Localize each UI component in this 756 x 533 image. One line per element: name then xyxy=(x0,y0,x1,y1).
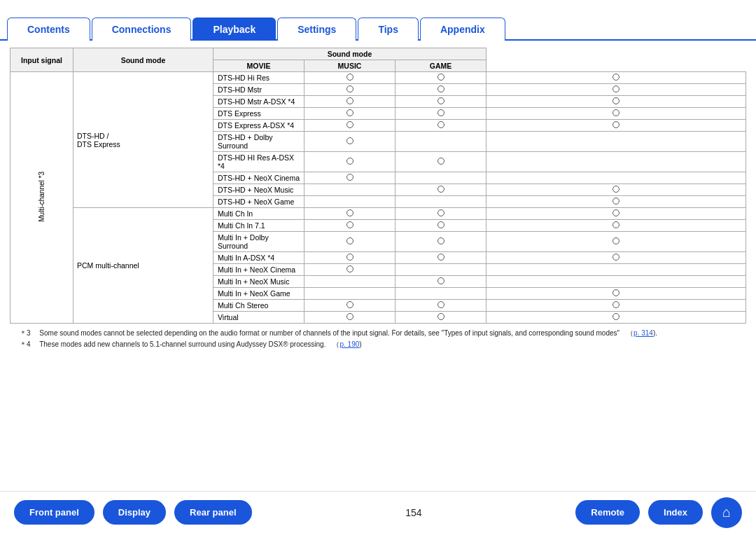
music-cell xyxy=(396,312,486,324)
sound-mode-name: Multi In A-DSX *4 xyxy=(214,252,304,264)
music-cell xyxy=(396,196,486,208)
display-button[interactable]: Display xyxy=(103,500,166,525)
game-cell xyxy=(486,288,746,300)
home-button[interactable]: ⌂ xyxy=(711,497,742,528)
movie-cell xyxy=(304,120,396,132)
circle-icon xyxy=(346,74,354,81)
movie-cell xyxy=(304,312,396,324)
movie-cell xyxy=(304,152,396,172)
sound-mode-name: Multi Ch Stereo xyxy=(214,300,304,312)
index-button[interactable]: Index xyxy=(648,500,703,525)
game-cell xyxy=(486,220,746,232)
circle-icon xyxy=(346,97,354,104)
game-cell xyxy=(486,264,746,276)
bottom-nav-left: Front panel Display Rear panel xyxy=(14,500,252,525)
game-cell xyxy=(486,252,746,264)
footnote-4-end: ) xyxy=(359,340,361,348)
footnote-3-end: ). xyxy=(653,329,657,337)
game-cell xyxy=(486,196,746,208)
movie-cell xyxy=(304,264,396,276)
music-cell xyxy=(396,132,486,152)
tab-settings[interactable]: Settings xyxy=(277,18,356,41)
circle-icon xyxy=(346,237,354,244)
footnote-3-link[interactable]: p. 314 xyxy=(634,329,653,337)
game-cell xyxy=(486,96,746,108)
circle-icon xyxy=(346,121,354,128)
circle-icon xyxy=(612,289,620,296)
circle-icon xyxy=(612,209,620,216)
movie-cell xyxy=(304,184,396,196)
footnote-4: ＊4 These modes add new channels to 5.1-c… xyxy=(20,339,736,350)
multichannel-label: Multi-channel *3 xyxy=(38,172,46,222)
col-game: GAME xyxy=(396,60,486,72)
tab-appendix[interactable]: Appendix xyxy=(420,18,505,41)
bottom-nav-right: Remote Index ⌂ xyxy=(575,497,742,528)
circle-icon xyxy=(346,209,354,216)
circle-icon xyxy=(346,313,354,320)
circle-icon xyxy=(346,174,354,181)
col-sound-mode-group: Sound mode xyxy=(214,48,486,60)
circle-icon xyxy=(438,301,444,308)
input-signal-dts: DTS-HD /DTS Express xyxy=(74,72,214,208)
circle-icon xyxy=(346,85,354,92)
circle-icon xyxy=(438,254,444,261)
footnote-4-link[interactable]: p. 190 xyxy=(340,340,359,348)
game-cell xyxy=(486,72,746,84)
circle-icon xyxy=(438,221,444,228)
music-cell xyxy=(396,300,486,312)
circle-icon xyxy=(438,313,444,320)
circle-icon xyxy=(346,301,354,308)
sound-mode-name: DTS-HD Mstr xyxy=(214,84,304,96)
game-cell xyxy=(486,208,746,220)
sound-mode-name: DTS-HD + NeoX Cinema xyxy=(214,172,304,184)
sound-mode-name: DTS-HD HI Res A-DSX *4 xyxy=(214,152,304,172)
sound-mode-name: Multi In + Dolby Surround xyxy=(214,232,304,252)
movie-cell xyxy=(304,72,396,84)
sound-mode-name: Multi In + NeoX Cinema xyxy=(214,264,304,276)
music-cell xyxy=(396,264,486,276)
circle-icon xyxy=(438,209,444,216)
sound-mode-name: DTS-HD + Dolby Surround xyxy=(214,132,304,152)
circle-icon xyxy=(346,109,354,116)
movie-cell xyxy=(304,232,396,252)
movie-cell xyxy=(304,172,396,184)
music-cell xyxy=(396,152,486,172)
page-number: 154 xyxy=(405,507,421,518)
circle-icon xyxy=(438,237,444,244)
tab-playback[interactable]: Playback xyxy=(192,18,276,41)
tab-contents[interactable]: Contents xyxy=(7,18,90,41)
sound-mode-name: Multi In + NeoX Game xyxy=(214,288,304,300)
footnote-4-text: These modes add new channels to 5.1-chan… xyxy=(39,340,340,348)
col-input-signal: Input signal xyxy=(10,48,74,72)
music-cell xyxy=(396,108,486,120)
front-panel-button[interactable]: Front panel xyxy=(14,500,94,525)
footnotes: ＊3 Some sound modes cannot be selected d… xyxy=(10,324,746,354)
sound-mode-name: DTS-HD Mstr A-DSX *4 xyxy=(214,96,304,108)
sound-mode-name: DTS-HD + NeoX Game xyxy=(214,196,304,208)
tab-tips[interactable]: Tips xyxy=(358,18,419,41)
game-cell xyxy=(486,108,746,120)
sound-mode-name: DTS Express A-DSX *4 xyxy=(214,120,304,132)
circle-icon xyxy=(612,221,620,228)
tab-connections[interactable]: Connections xyxy=(92,18,192,41)
circle-icon xyxy=(346,254,354,261)
sound-mode-name: Multi In + NeoX Music xyxy=(214,276,304,288)
circle-icon xyxy=(346,221,354,228)
music-cell xyxy=(396,288,486,300)
circle-icon xyxy=(612,254,620,261)
music-cell xyxy=(396,184,486,196)
bottom-nav: Front panel Display Rear panel 154 Remot… xyxy=(0,491,756,533)
movie-cell xyxy=(304,288,396,300)
music-cell xyxy=(396,220,486,232)
circle-icon xyxy=(438,109,444,116)
movie-cell xyxy=(304,300,396,312)
rear-panel-button[interactable]: Rear panel xyxy=(174,500,251,525)
game-cell xyxy=(486,312,746,324)
sound-mode-name: DTS-HD + NeoX Music xyxy=(214,184,304,196)
game-cell xyxy=(486,232,746,252)
circle-icon xyxy=(346,137,354,144)
table-row: Multi-channel *3DTS-HD /DTS ExpressDTS-H… xyxy=(10,72,746,84)
col-movie: MOVIE xyxy=(214,60,304,72)
remote-button[interactable]: Remote xyxy=(575,500,640,525)
movie-cell xyxy=(304,276,396,288)
